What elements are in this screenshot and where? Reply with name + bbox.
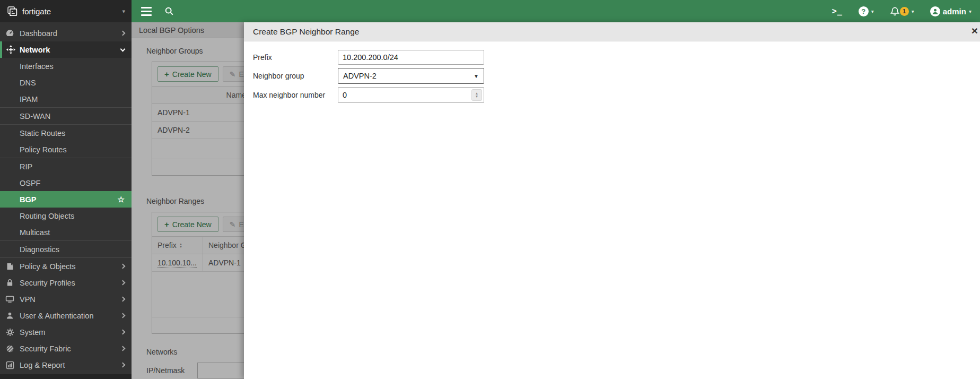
user-caret-icon: ▾ (969, 8, 972, 14)
create-bgp-neighbor-range-dialog: Create BGP Neighbor Range × Prefix Neigh… (244, 22, 980, 379)
lock-icon (0, 279, 20, 287)
user-menu[interactable]: admin ▾ (930, 6, 972, 16)
brand-caret-icon: ▾ (122, 8, 125, 15)
sidebar-item-ipam[interactable]: IPAM (0, 91, 132, 107)
sidebar-item-dashboard[interactable]: Dashboard (0, 25, 132, 41)
chevron-right-icon (120, 280, 126, 286)
sidebar-item-policy-routes[interactable]: Policy Routes (0, 141, 132, 158)
sidebar-item-network[interactable]: Network (0, 41, 132, 58)
sidebar-item-log-report[interactable]: Log & Report (0, 357, 132, 373)
neighbor-group-field-row: Neighbor group ADVPN-2 ▼ (253, 68, 980, 84)
number-spinner[interactable]: ▲▼ (471, 89, 482, 101)
chevron-down-icon (120, 46, 126, 51)
prefix-field-row: Prefix (253, 50, 980, 65)
brand-selector[interactable]: fortigate ▾ (0, 0, 132, 22)
sidebar-item-rip[interactable]: RIP (0, 158, 132, 175)
bell-icon (890, 6, 900, 16)
topbar-green: >_ ? ▾ 1 ▾ (132, 0, 980, 22)
dialog-header: Create BGP Neighbor Range × (244, 22, 980, 41)
chevron-right-icon (120, 313, 126, 318)
max-neighbor-label: Max neighbor number (253, 91, 338, 99)
chevron-right-icon (120, 363, 126, 368)
max-neighbor-field-row: Max neighbor number 0 ▲▼ (253, 87, 980, 103)
sidebar-item-system[interactable]: System (0, 324, 132, 340)
gear-icon (0, 328, 20, 337)
prefix-label: Prefix (253, 53, 338, 62)
policy-document-icon (0, 262, 20, 271)
sidebar-item-interfaces[interactable]: Interfaces (0, 58, 132, 74)
chevron-right-icon (120, 346, 126, 351)
bar-chart-icon (0, 361, 20, 369)
search-icon[interactable] (164, 6, 174, 16)
neighbor-group-label: Neighbor group (253, 72, 338, 80)
sidebar-item-ospf[interactable]: OSPF (0, 175, 132, 191)
brand-name: fortigate (22, 7, 51, 16)
select-caret-icon: ▼ (474, 73, 479, 79)
prefix-input[interactable] (338, 50, 484, 65)
sidebar-item-bgp[interactable]: BGP ☆ (0, 191, 132, 208)
notification-badge: 1 (900, 7, 909, 16)
close-icon[interactable]: × (972, 25, 978, 36)
sidebar-item-routing-objects[interactable]: Routing Objects (0, 208, 132, 224)
sidebar-item-security-fabric[interactable]: Security Fabric (0, 340, 132, 357)
chevron-right-icon (120, 264, 126, 269)
sidebar-bottom-strip (0, 374, 132, 379)
help-caret-icon: ▾ (871, 8, 874, 14)
security-fabric-icon (0, 344, 20, 353)
chevron-right-icon (120, 330, 126, 335)
dashboard-icon (0, 29, 20, 38)
favorite-star-icon[interactable]: ☆ (118, 195, 125, 204)
sidebar-item-multicast[interactable]: Multicast (0, 224, 132, 240)
notifications-menu[interactable]: 1 ▾ (890, 6, 914, 16)
menu-toggle-icon[interactable] (141, 7, 152, 16)
neighbor-group-value: ADVPN-2 (343, 72, 377, 80)
help-menu[interactable]: ? ▾ (859, 6, 874, 16)
user-avatar-icon (930, 6, 940, 16)
chevron-right-icon (120, 31, 126, 36)
username-label: admin (943, 7, 966, 16)
topbar-right: >_ ? ▾ 1 ▾ (832, 6, 972, 16)
main-region: Local BGP Options Neighbor Groups + Crea… (132, 22, 980, 379)
monitor-icon (0, 295, 20, 304)
topbar: fortigate ▾ >_ ? ▾ (0, 0, 980, 22)
sidebar-item-diagnostics[interactable]: Diagnostics (0, 241, 132, 257)
fortigate-logo-icon (7, 6, 18, 16)
neighbor-group-select[interactable]: ADVPN-2 ▼ (338, 68, 484, 84)
sidebar-nav: Dashboard Network Interfaces DNS IPAM SD… (0, 22, 132, 379)
sidebar-item-vpn[interactable]: VPN (0, 291, 132, 307)
sidebar-item-security-profiles[interactable]: Security Profiles (0, 274, 132, 291)
fortigate-app: fortigate ▾ >_ ? ▾ (0, 0, 980, 379)
help-icon: ? (859, 6, 869, 16)
max-neighbor-input[interactable]: 0 ▲▼ (338, 87, 484, 103)
sidebar-item-dns[interactable]: DNS (0, 74, 132, 91)
user-icon (0, 312, 20, 320)
sidebar-item-static-routes[interactable]: Static Routes (0, 125, 132, 141)
dialog-title: Create BGP Neighbor Range (253, 27, 359, 37)
notifications-caret-icon: ▾ (912, 8, 914, 14)
network-icon (2, 45, 20, 54)
max-neighbor-value: 0 (343, 91, 347, 99)
sidebar-item-sd-wan[interactable]: SD-WAN (0, 108, 132, 124)
sidebar-item-policy-objects[interactable]: Policy & Objects (0, 258, 132, 274)
cli-console-icon[interactable]: >_ (832, 6, 843, 16)
dialog-body: Prefix Neighbor group ADVPN-2 ▼ Max neig… (244, 41, 980, 106)
sidebar-item-user-authentication[interactable]: User & Authentication (0, 307, 132, 324)
chevron-right-icon (120, 297, 126, 302)
